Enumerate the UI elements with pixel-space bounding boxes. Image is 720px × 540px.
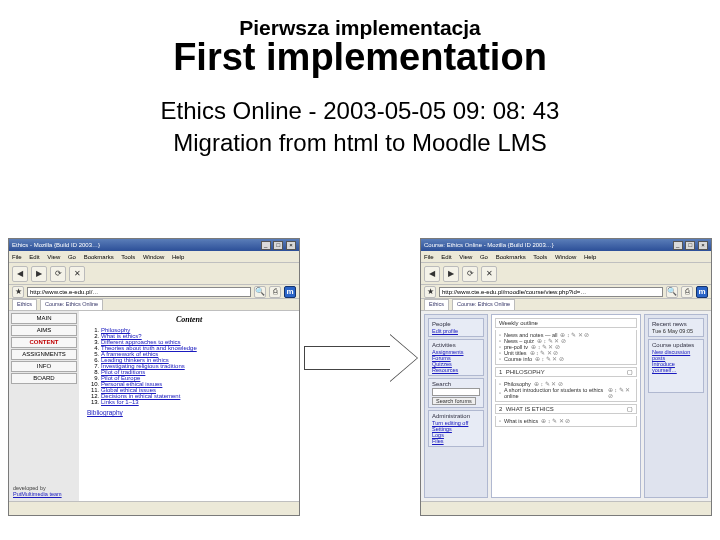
stop-icon[interactable]: ✕ xyxy=(481,266,497,282)
menu-window[interactable]: Window xyxy=(143,254,164,260)
reload-icon[interactable]: ⟳ xyxy=(50,266,66,282)
week-1-header: 1 PHILOSOPHY ▢ xyxy=(495,367,637,377)
forward-icon[interactable]: ▶ xyxy=(443,266,459,282)
menu-tools[interactable]: Tools xyxy=(533,254,547,260)
search-forums-button[interactable]: Search forums xyxy=(432,397,476,405)
window-minimize-icon[interactable]: _ xyxy=(673,241,683,250)
edit-glyphs-icon[interactable]: ⊕ ↕ ✎ ✕ ⊘ xyxy=(541,418,570,424)
reload-icon[interactable]: ⟳ xyxy=(462,266,478,282)
news-item: Tue 6 May 09:05 xyxy=(652,328,700,334)
tab-ethics[interactable]: Ethics xyxy=(424,299,449,310)
menu-bar[interactable]: File Edit View Go Bookmarks Tools Window… xyxy=(421,251,711,263)
print-icon[interactable]: ⎙ xyxy=(681,286,693,298)
block-heading: Administration xyxy=(432,413,480,419)
collapse-icon[interactable]: ▢ xyxy=(627,405,633,413)
menu-edit[interactable]: Edit xyxy=(441,254,451,260)
content-pane: Content Philosophy What is ethics? Diffe… xyxy=(79,311,299,501)
block-heading: Search xyxy=(432,381,480,387)
menu-tools[interactable]: Tools xyxy=(121,254,135,260)
address-input[interactable]: http://www.cte.e-edu.pl/moodle/course/vi… xyxy=(439,287,663,297)
window-close-icon[interactable]: × xyxy=(286,241,296,250)
content-heading: Content xyxy=(87,315,291,324)
nav-board[interactable]: BOARD xyxy=(11,373,77,384)
search-icon[interactable]: 🔍 xyxy=(666,286,678,298)
bibliography-link[interactable]: Bibliography xyxy=(87,409,291,416)
page-body: MAIN AIMS CONTENT ASSIGNMENTS INFO BOARD… xyxy=(9,311,299,501)
bookmark-icon[interactable]: ★ xyxy=(12,286,24,298)
update-link[interactable]: Introduce yourself… xyxy=(652,361,700,373)
nav-main[interactable]: MAIN xyxy=(11,313,77,324)
edit-glyphs-icon[interactable]: ⊕ ↕ ✎ ✕ ⊘ xyxy=(608,387,633,399)
status-bar xyxy=(421,501,711,515)
browser-toolbar: ◀ ▶ ⟳ ✕ xyxy=(9,263,299,285)
menu-help[interactable]: Help xyxy=(584,254,596,260)
screenshot-moodle-course: Course: Ethics Online - Mozilla {Build I… xyxy=(420,238,712,516)
activity-link[interactable]: What is ethics xyxy=(504,418,538,424)
link-files[interactable]: Files xyxy=(432,438,480,444)
browser-toolbar: ◀ ▶ ⟳ ✕ xyxy=(421,263,711,285)
menu-bookmarks[interactable]: Bookmarks xyxy=(84,254,114,260)
moodle-left-column: People Edit profile Activities Assignmen… xyxy=(424,314,488,498)
bookmark-icon[interactable]: ★ xyxy=(424,286,436,298)
menu-go[interactable]: Go xyxy=(480,254,488,260)
back-icon[interactable]: ◀ xyxy=(424,266,440,282)
print-icon[interactable]: ⎙ xyxy=(269,286,281,298)
address-bar-row: ★ http://www.cte.e-edu.pl/moodle/course/… xyxy=(421,285,711,299)
back-icon[interactable]: ◀ xyxy=(12,266,28,282)
block-heading: People xyxy=(432,321,480,327)
slide-line-1: Ethics Online - 2003-05-05 09: 08: 43 xyxy=(40,97,680,125)
update-link[interactable]: New discussion posts xyxy=(652,349,700,361)
site-side-nav: MAIN AIMS CONTENT ASSIGNMENTS INFO BOARD xyxy=(9,311,79,501)
search-input[interactable] xyxy=(432,388,480,396)
window-title: Course: Ethics Online - Mozilla {Build I… xyxy=(424,239,554,251)
link-edit-profile[interactable]: Edit profile xyxy=(432,328,480,334)
collapse-icon[interactable]: ▢ xyxy=(627,368,633,376)
developer-note: developed by PutMultimedia team xyxy=(13,485,62,497)
block-heading: Recent news xyxy=(652,321,700,327)
address-input[interactable]: http://www.cte.e-edu.pl/… xyxy=(27,287,251,297)
content-link[interactable]: Links for 1–13 xyxy=(101,399,139,405)
menu-file[interactable]: File xyxy=(12,254,22,260)
nav-content[interactable]: CONTENT xyxy=(11,337,77,348)
menu-help[interactable]: Help xyxy=(172,254,184,260)
activity-link[interactable]: Course info xyxy=(504,356,532,362)
nav-assignments[interactable]: ASSIGNMENTS xyxy=(11,349,77,360)
block-heading: Activities xyxy=(432,342,480,348)
content-list: Philosophy What is ethics? Different app… xyxy=(87,327,291,405)
menu-edit[interactable]: Edit xyxy=(29,254,39,260)
window-titlebar: Course: Ethics Online - Mozilla {Build I… xyxy=(421,239,711,251)
stop-icon[interactable]: ✕ xyxy=(69,266,85,282)
window-title: Ethics - Mozilla {Build ID 2003…} xyxy=(12,239,100,251)
tab-course[interactable]: Course: Ethics Online xyxy=(452,299,515,310)
week-2-body: What is ethics⊕ ↕ ✎ ✕ ⊘ xyxy=(495,416,637,427)
week-2-header: 2 WHAT IS ETHICS ▢ xyxy=(495,404,637,414)
tab-course[interactable]: Course: Ethics Online xyxy=(40,299,103,310)
window-close-icon[interactable]: × xyxy=(698,241,708,250)
menu-view[interactable]: View xyxy=(459,254,472,260)
window-minimize-icon[interactable]: _ xyxy=(261,241,271,250)
mozilla-logo-icon: m xyxy=(696,286,708,298)
tab-ethics[interactable]: Ethics xyxy=(12,299,37,310)
nav-aims[interactable]: AIMS xyxy=(11,325,77,336)
menu-bar[interactable]: File Edit View Go Bookmarks Tools Window… xyxy=(9,251,299,263)
week-0-body: News and notes — all⊕ ↕ ✎ ✕ ⊘ News – qui… xyxy=(495,330,637,365)
block-course-updates: Course updates New discussion posts Intr… xyxy=(648,339,704,393)
browser-tabs: Ethics Course: Ethics Online xyxy=(9,299,299,311)
activity-link[interactable]: A short introduction for students to eth… xyxy=(504,387,605,399)
block-people: People Edit profile xyxy=(428,318,484,337)
menu-bookmarks[interactable]: Bookmarks xyxy=(496,254,526,260)
nav-info[interactable]: INFO xyxy=(11,361,77,372)
window-maximize-icon[interactable]: □ xyxy=(273,241,283,250)
edit-glyphs-icon[interactable]: ⊕ ↕ ✎ ✕ ⊘ xyxy=(535,356,564,362)
migration-arrow-icon xyxy=(304,328,422,388)
menu-view[interactable]: View xyxy=(47,254,60,260)
window-maximize-icon[interactable]: □ xyxy=(685,241,695,250)
block-activities: Activities Assignments Forums Quizzes Re… xyxy=(428,339,484,376)
menu-window[interactable]: Window xyxy=(555,254,576,260)
moodle-body: People Edit profile Activities Assignmen… xyxy=(421,311,711,501)
menu-file[interactable]: File xyxy=(424,254,434,260)
forward-icon[interactable]: ▶ xyxy=(31,266,47,282)
menu-go[interactable]: Go xyxy=(68,254,76,260)
search-icon[interactable]: 🔍 xyxy=(254,286,266,298)
link-resources[interactable]: Resources xyxy=(432,367,480,373)
